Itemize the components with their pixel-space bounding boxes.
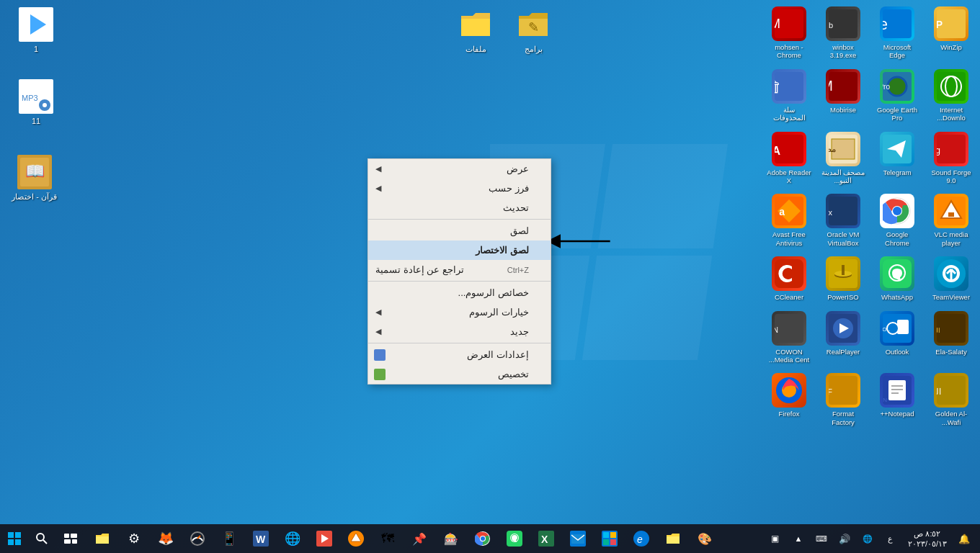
mushaf-label: مصحف المدينة النبو... bbox=[821, 168, 865, 185]
taskbar-excel[interactable]: X bbox=[530, 524, 562, 553]
context-menu-paste-shortcut[interactable]: لصق الاختصار bbox=[368, 240, 551, 260]
svg-point-94 bbox=[37, 534, 44, 541]
context-menu-display-settings[interactable]: إعدادات العرض bbox=[368, 345, 551, 364]
desktop-icon-11[interactable]: MP3 11 bbox=[7, 79, 65, 125]
sidebar-icon-teamviewer[interactable]: TeamViewer bbox=[926, 253, 976, 304]
svg-text:COWON: COWON bbox=[775, 326, 778, 334]
teamviewer-label: TeamViewer bbox=[932, 293, 970, 301]
sidebar-icon-mohsen[interactable]: M mohsen - Chrome bbox=[764, 4, 814, 63]
context-menu-paste[interactable]: لصق bbox=[368, 221, 551, 240]
taskbar-keyboard[interactable]: ⌨ bbox=[811, 524, 832, 553]
taskbar-clock[interactable]: ٨:٥٢ ص ٢٠٢٣/٠٥/١٣ bbox=[904, 527, 951, 551]
gearth-icon-img: Pro bbox=[880, 69, 914, 104]
sidebar-icon-ccleaner[interactable]: CCleaner bbox=[764, 253, 814, 304]
desktop-icon-quran-image: 📖 bbox=[17, 155, 52, 189]
taskbar-task-view[interactable] bbox=[55, 524, 86, 553]
taskbar-store[interactable] bbox=[594, 524, 625, 553]
winbox-icon-img: wb bbox=[826, 6, 860, 41]
sidebar-icon-realplayer[interactable]: RealPlayer bbox=[818, 308, 868, 367]
sidebar-icon-mobirise[interactable]: M Mobirise bbox=[818, 66, 868, 125]
taskbar-show-desktop[interactable]: ▣ bbox=[765, 524, 785, 553]
sidebar-icon-winbox[interactable]: wb winbox 3.19.exe bbox=[818, 4, 868, 63]
outlook-icon-img: OL bbox=[880, 311, 914, 346]
taskbar-edge[interactable]: e bbox=[625, 524, 657, 553]
taskbar-chrome[interactable] bbox=[467, 524, 499, 553]
taskbar-map[interactable]: 🗺 bbox=[372, 524, 404, 553]
sidebar-icon-whatsapp[interactable]: WhatsApp bbox=[872, 253, 922, 304]
context-menu-new[interactable]: ◀ جديد bbox=[368, 322, 551, 341]
taskbar-explorer2[interactable] bbox=[657, 524, 689, 553]
sidebar-icon-cowon[interactable]: COWON COWON Media Cent... bbox=[764, 308, 814, 367]
sidebar-icon-poweriso[interactable]: PowerISO bbox=[818, 253, 868, 304]
svg-point-9 bbox=[43, 103, 47, 107]
sidebar-icon-internet[interactable]: Internet Downlo... bbox=[926, 66, 976, 125]
ela-label: Ela-Salaty bbox=[935, 348, 966, 356]
svg-text:VBox: VBox bbox=[829, 208, 832, 217]
sidebar-icon-avast[interactable]: a Avast Free Antivirus bbox=[764, 191, 814, 250]
sidebar-icon-ela[interactable]: الصلاة Ela-Salaty bbox=[926, 308, 976, 367]
taskbar-settings[interactable]: ⚙ bbox=[118, 524, 150, 553]
sidebar-icon-vlc[interactable]: VLC media player bbox=[926, 191, 976, 250]
sidebar-icon-chrome[interactable]: Google Chrome bbox=[872, 191, 922, 250]
sidebar-icon-edge[interactable]: e Microsoft Edge bbox=[872, 4, 922, 63]
taskbar-mail[interactable] bbox=[562, 524, 594, 553]
svg-text:OL: OL bbox=[883, 326, 891, 333]
taskbar-network[interactable]: 🌐 bbox=[858, 524, 878, 553]
sidebar-icon-trash[interactable]: 🗑 سلة المحذوفات bbox=[764, 66, 814, 125]
realplayer-icon-img bbox=[826, 311, 860, 346]
sidebar-icon-winzip[interactable]: ZIP WinZip bbox=[926, 4, 976, 63]
sidebar-icon-mushaf[interactable]: مصحف مصحف المدينة النبو... bbox=[818, 129, 868, 188]
ela-icon-img: الصلاة bbox=[934, 311, 968, 346]
context-menu-personalize[interactable]: تخصيص bbox=[368, 364, 551, 384]
taskbar-file-explorer[interactable] bbox=[86, 524, 118, 553]
context-menu-undo[interactable]: Ctrl+Z تراجع عن إعادة تسمية bbox=[368, 260, 551, 279]
arrow-pointer bbox=[544, 230, 616, 255]
taskbar-chevron[interactable]: ▲ bbox=[788, 524, 808, 553]
taskbar-firefox[interactable]: 🦊 bbox=[150, 524, 182, 553]
sidebar-icon-adobe[interactable]: A Adobe Reader X bbox=[764, 129, 814, 188]
start-button[interactable] bbox=[0, 524, 29, 553]
svg-rect-121 bbox=[603, 539, 609, 545]
taskbar-slots[interactable]: 🎰 bbox=[435, 524, 467, 553]
context-menu-display-options[interactable]: ◀ خيارات الرسوم bbox=[368, 302, 551, 322]
context-menu-sort[interactable]: ◀ فرز حسب bbox=[368, 179, 551, 198]
context-menu-new-label: جديد bbox=[510, 326, 529, 337]
svg-rect-96 bbox=[64, 534, 69, 538]
sidebar-icon-format[interactable]: FF Format Factory bbox=[818, 370, 868, 429]
taskbar-app1[interactable]: 📱 bbox=[213, 524, 245, 553]
context-menu-refresh[interactable]: تحديث bbox=[368, 198, 551, 217]
taskbar-notifications[interactable]: 🔔 bbox=[954, 524, 974, 553]
context-menu-view[interactable]: ◀ عرض bbox=[368, 159, 551, 179]
taskbar-lang[interactable]: ع bbox=[881, 524, 901, 553]
sidebar-icon-soundforge[interactable]: SFrg Sound Forge 9.0 bbox=[926, 129, 976, 188]
desktop-icon-1[interactable]: 1 bbox=[7, 7, 65, 53]
desktop-icon-quran[interactable]: 📖 قرآن - اختصار bbox=[4, 155, 65, 202]
desktop-folder-files[interactable]: ملفات bbox=[447, 7, 504, 54]
taskbar-color[interactable]: 🎨 bbox=[689, 524, 721, 553]
sidebar-icon-gearth[interactable]: Pro Google Earth Pro bbox=[872, 66, 922, 125]
svg-text:مصحف: مصحف bbox=[829, 144, 836, 154]
svg-text:SFrg: SFrg bbox=[937, 145, 940, 156]
sidebar-icon-firefox[interactable]: Firefox bbox=[764, 370, 814, 429]
taskbar-word[interactable]: W bbox=[245, 524, 277, 553]
context-menu-view-label: عرض bbox=[507, 163, 529, 174]
whatsapp-icon-img bbox=[880, 256, 914, 291]
sidebar-icon-golden[interactable]: الوافي Golden Al-Wafi... bbox=[926, 370, 976, 429]
taskbar-media[interactable] bbox=[308, 524, 340, 553]
taskbar-vlc[interactable] bbox=[340, 524, 372, 553]
taskbar-whatsapp[interactable] bbox=[499, 524, 530, 553]
taskbar-pin[interactable]: 📌 bbox=[404, 524, 435, 553]
taskbar-globe[interactable]: 🌐 bbox=[277, 524, 308, 553]
sidebar-icon-notepad[interactable]: N++ Notepad++ bbox=[872, 370, 922, 429]
sidebar-icon-outlook[interactable]: OL Outlook bbox=[872, 308, 922, 367]
desktop[interactable]: 1 MP3 11 📖 قرآن - اختصار bbox=[0, 0, 980, 524]
taskbar-speedtest[interactable] bbox=[182, 524, 213, 553]
taskbar-search[interactable] bbox=[29, 524, 55, 553]
sidebar-icon-vbox[interactable]: VBox Oracle VM VirtualBox bbox=[818, 191, 868, 250]
context-menu-display-props[interactable]: خصائص الرسوم... bbox=[368, 283, 551, 302]
taskbar-volume[interactable]: 🔊 bbox=[834, 524, 855, 553]
svg-text:A: A bbox=[775, 145, 780, 157]
sidebar-icon-telegram[interactable]: Telegram bbox=[872, 129, 922, 188]
firefox-label: Firefox bbox=[778, 410, 799, 418]
desktop-folder-programs[interactable]: ✎ برامج bbox=[504, 7, 562, 54]
